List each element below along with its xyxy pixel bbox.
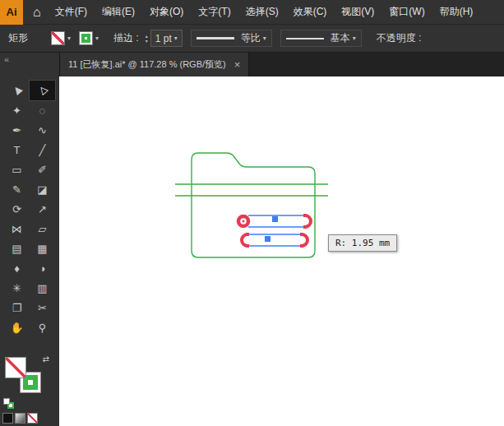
- brush-preview: [286, 38, 324, 39]
- chevron-down-icon[interactable]: ▾: [263, 35, 266, 42]
- gradient-icon: ▤: [12, 243, 21, 255]
- illustrator-window: Ai ⌂ 文件(F) 编辑(E) 对象(O) 文字(T) 选择(S) 效果(C)…: [0, 0, 504, 426]
- guide-lines[interactable]: [175, 184, 328, 196]
- magic-wand-tool[interactable]: ✦: [4, 100, 30, 120]
- symbol-sprayer-tool[interactable]: ✳: [4, 278, 30, 298]
- menu-effect[interactable]: 效果(C): [286, 5, 335, 19]
- slice-tool[interactable]: ✂: [30, 298, 55, 317]
- anchor-point[interactable]: [246, 244, 249, 248]
- fill-none-swatch[interactable]: [51, 31, 65, 45]
- anchor-point[interactable]: [300, 244, 303, 248]
- chevron-down-icon[interactable]: ▾: [174, 35, 178, 42]
- eraser-icon: ◪: [37, 183, 47, 196]
- artboard-canvas[interactable]: R: 1.95 mm: [59, 76, 504, 426]
- stroke-color-control[interactable]: ▾: [79, 31, 99, 45]
- rotate-tool[interactable]: ⟳: [4, 199, 30, 219]
- eyedropper-icon: ♦: [14, 262, 20, 275]
- chevron-down-icon[interactable]: ▾: [353, 35, 356, 42]
- curvature-tool[interactable]: ∿: [30, 120, 55, 140]
- tool-context-label: 矩形: [8, 31, 28, 45]
- document-tab[interactable]: 11 [已恢复].ai* @ 117.28 % (RGB/预览) ×: [59, 53, 249, 76]
- mesh-tool[interactable]: ▦: [30, 238, 55, 258]
- center-handle[interactable]: [265, 236, 270, 242]
- direct-selection-tool[interactable]: ▷: [30, 81, 55, 100]
- graph-tool[interactable]: ▥: [30, 278, 55, 298]
- anchor-point[interactable]: [300, 233, 303, 236]
- paintbrush-icon: ✐: [38, 164, 47, 176]
- menu-object[interactable]: 对象(O): [142, 5, 191, 19]
- rounded-corner-right[interactable]: [305, 215, 311, 227]
- chevron-down-icon[interactable]: ▾: [95, 35, 99, 42]
- artboard-icon: ❐: [12, 302, 22, 314]
- line-segment-tool[interactable]: ╱: [30, 140, 55, 160]
- chevron-down-icon[interactable]: ▾: [67, 35, 71, 42]
- width-tool[interactable]: ⋈: [4, 219, 30, 238]
- menu-help[interactable]: 帮助(H): [432, 5, 481, 19]
- stroke-weight-field[interactable]: 1 pt ▾: [150, 30, 183, 47]
- menu-window[interactable]: 窗口(W): [381, 5, 432, 19]
- brush-definition-dropdown[interactable]: 基本 ▾: [280, 30, 362, 47]
- color-button[interactable]: [2, 413, 13, 424]
- close-icon[interactable]: ×: [234, 58, 241, 71]
- direct-selection-arrow-icon: ▷: [35, 84, 49, 97]
- capsule-2[interactable]: [242, 233, 307, 248]
- free-transform-tool[interactable]: ▱: [30, 219, 55, 238]
- width-profile-value: 等比: [241, 31, 261, 45]
- selection-arrow-icon: ▶: [10, 84, 24, 97]
- fill-proxy-none[interactable]: [5, 357, 26, 378]
- document-tab-title: 11 [已恢复].ai* @ 117.28 % (RGB/预览): [68, 58, 226, 71]
- eraser-tool[interactable]: ◪: [30, 179, 55, 199]
- app-logo-icon[interactable]: Ai: [0, 0, 23, 25]
- gradient-tool[interactable]: ▤: [4, 238, 30, 258]
- default-fill-stroke-icon[interactable]: [3, 398, 14, 409]
- anchor-point[interactable]: [303, 225, 307, 229]
- type-tool[interactable]: T: [4, 140, 30, 160]
- lasso-tool[interactable]: ◌: [30, 100, 55, 120]
- anchor-point[interactable]: [246, 233, 249, 236]
- stepper-down-icon[interactable]: ▾: [146, 39, 148, 44]
- pencil-tool[interactable]: ✎: [4, 179, 30, 199]
- document-tab-bar: « 11 [已恢复].ai* @ 117.28 % (RGB/预览) ×: [0, 53, 504, 76]
- folder-shape[interactable]: [192, 153, 315, 257]
- blend-icon: ◑: [39, 262, 46, 275]
- collapse-toolbar-icon[interactable]: «: [4, 54, 9, 64]
- hand-tool[interactable]: ✋: [4, 317, 30, 337]
- lasso-icon: ◌: [39, 104, 46, 117]
- main-area: ▶ ▷ ✦ ◌ ✒ ∿ T ╱ ▭ ✐ ✎ ◪ ⟳ ↗ ⋈ ▱ ▤ ▦ ♦ ◑: [0, 76, 504, 426]
- artboard-tool[interactable]: ❐: [4, 298, 30, 317]
- width-profile-dropdown[interactable]: 等比 ▾: [191, 30, 272, 47]
- selection-tool[interactable]: ▶: [4, 81, 30, 100]
- gradient-button[interactable]: [15, 413, 25, 424]
- home-icon[interactable]: ⌂: [33, 6, 41, 19]
- stroke-weight-label: 描边 :: [113, 31, 139, 45]
- menu-select[interactable]: 选择(S): [238, 5, 286, 19]
- magic-wand-icon: ✦: [12, 104, 21, 117]
- paintbrush-tool[interactable]: ✐: [30, 160, 55, 179]
- fill-color-control[interactable]: ▾: [51, 31, 71, 45]
- free-transform-icon: ▱: [39, 223, 47, 235]
- anchor-point[interactable]: [303, 214, 307, 217]
- pen-icon: ✒: [12, 124, 21, 137]
- pencil-icon: ✎: [12, 183, 21, 196]
- menu-view[interactable]: 视图(V): [334, 5, 381, 19]
- blend-tool[interactable]: ◑: [30, 258, 55, 278]
- rounded-corner-left[interactable]: [242, 234, 247, 246]
- artwork: [59, 76, 504, 426]
- scale-tool[interactable]: ↗: [30, 199, 55, 219]
- menu-file[interactable]: 文件(F): [48, 5, 95, 19]
- swap-fill-stroke-icon[interactable]: ⇄: [43, 354, 49, 363]
- stroke-green-swatch[interactable]: [79, 31, 93, 45]
- rectangle-icon: ▭: [12, 164, 21, 176]
- pen-tool[interactable]: ✒: [4, 120, 30, 140]
- eyedropper-tool[interactable]: ♦: [4, 258, 30, 278]
- capsule-1[interactable]: [238, 214, 311, 229]
- zoom-tool[interactable]: ⚲: [30, 317, 55, 337]
- rectangle-tool[interactable]: ▭: [4, 160, 30, 179]
- center-handle[interactable]: [272, 216, 278, 222]
- radius-measurement-tooltip: R: 1.95 mm: [328, 234, 397, 252]
- menu-edit[interactable]: 编辑(E): [95, 5, 142, 19]
- rounded-corner-right[interactable]: [302, 234, 307, 246]
- stroke-weight-stepper[interactable]: ▴ ▾: [146, 34, 148, 44]
- menu-type[interactable]: 文字(T): [191, 5, 238, 19]
- none-button[interactable]: [27, 413, 38, 424]
